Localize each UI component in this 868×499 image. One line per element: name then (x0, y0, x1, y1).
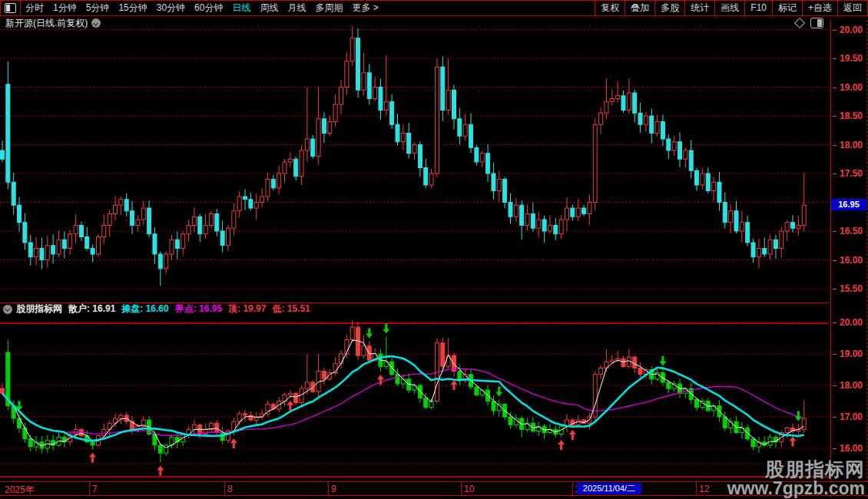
y-axis-label: 15.50 (840, 283, 863, 294)
x-axis-label: 8 (227, 484, 233, 494)
x-axis-label: 7 (92, 484, 98, 494)
period-nav: 分时1分钟5分钟15分钟30分钟60分钟日线周线月线多周期更多 > (21, 1, 383, 15)
indicator-header: 股朋指标网 散户: 16.91操盘: 16.60界点: 16.95顶: 19.9… (0, 302, 828, 314)
menu-item-9[interactable]: 多周期 (310, 1, 347, 15)
top-menubar: 分时1分钟5分钟15分钟30分钟60分钟日线周线月线多周期更多 > 复权叠加多股… (0, 0, 868, 16)
menu-right-item-4[interactable]: 画线 (714, 1, 744, 15)
indicator-field-低: 低: 15.51 (272, 303, 310, 314)
menu-item-7[interactable]: 周线 (255, 1, 283, 15)
watermark: 股朋指标网 www.7gpzb.com (727, 460, 865, 497)
menu-item-6[interactable]: 日线 (227, 1, 255, 15)
layout-panes-icon (5, 3, 16, 13)
y-axis-label: 16.50 (840, 226, 863, 236)
menu-right-item-6[interactable]: 标记 (772, 1, 802, 15)
price-axis: 20.0019.5019.0018.5018.0017.5017.0016.50… (830, 20, 867, 497)
main-candlestick-chart[interactable] (0, 20, 828, 302)
menu-right-item-3[interactable]: 统计 (684, 1, 714, 15)
menu-item-3[interactable]: 15分钟 (114, 1, 151, 15)
menu-right-item-2[interactable]: 多股 (654, 1, 684, 15)
y-axis-label: 18.50 (840, 111, 863, 121)
menu-right-item-1[interactable]: 叠加 (624, 1, 654, 15)
x-axis-label: 12 (699, 484, 709, 494)
menu-item-5[interactable]: 60分钟 (190, 1, 227, 15)
indicator-field-界点: 界点: 16.95 (175, 303, 222, 314)
y-axis-label: 20.00 (840, 317, 863, 328)
menu-right-item-7[interactable]: +自选 (802, 1, 837, 15)
x-axis-divider (696, 482, 697, 495)
x-axis-label: 2025年 (5, 484, 35, 497)
menu-item-10[interactable]: 更多 > (347, 1, 383, 15)
menu-item-0[interactable]: 分时 (21, 1, 48, 15)
x-axis-label: 10 (464, 484, 474, 494)
y-axis-label: 18.00 (840, 380, 863, 391)
watermark-url: www.7gpzb.com (727, 480, 865, 497)
x-axis-divider (461, 482, 462, 495)
y-axis-label: 16.00 (840, 255, 863, 266)
watermark-brand: 股朋指标网 (727, 460, 865, 480)
x-axis-label: 9 (331, 484, 336, 494)
indicator-field-顶: 顶: 19.97 (228, 303, 266, 314)
indicator-panel-chart[interactable] (0, 313, 828, 484)
menu-item-2[interactable]: 5分钟 (81, 1, 114, 15)
y-axis-label: 19.50 (840, 53, 863, 64)
x-axis-divider (224, 482, 225, 495)
current-price-marker: 16.95 (831, 199, 866, 210)
y-axis-label: 19.00 (840, 82, 863, 93)
menu-right-item-5[interactable]: F10 (744, 1, 772, 15)
current-date-marker: 2025/11/04/二 (577, 483, 641, 494)
indicator-field-散户: 散户: 16.91 (68, 303, 115, 314)
menu-right-item-0[interactable]: 复权 (595, 1, 624, 15)
chevron-down-icon[interactable] (3, 305, 12, 314)
y-axis-label: 20.00 (840, 25, 863, 35)
x-axis-divider (89, 482, 90, 495)
y-axis-label: 17.50 (840, 168, 863, 179)
y-axis-label: 17.00 (840, 411, 863, 422)
y-axis-label: 19.00 (840, 349, 863, 359)
tools-nav: 复权叠加多股统计画线F10标记+自选返回 (595, 1, 868, 15)
menu-item-1[interactable]: 1分钟 (48, 1, 81, 15)
layout-toggle-button[interactable] (0, 1, 21, 15)
x-axis-divider (328, 482, 329, 495)
indicator-field-操盘: 操盘: 16.60 (121, 303, 168, 314)
menu-item-8[interactable]: 月线 (283, 1, 310, 15)
y-axis-label: 16.00 (840, 443, 863, 454)
menu-item-4[interactable]: 30分钟 (152, 1, 190, 15)
x-axis-divider (572, 482, 573, 495)
menu-right-item-8[interactable]: 返回 (837, 1, 867, 15)
y-axis-label: 18.00 (840, 140, 863, 150)
